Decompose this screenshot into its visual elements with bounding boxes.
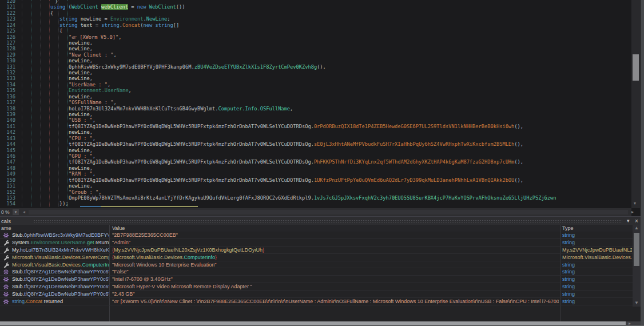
code-line-134[interactable]: 134"UserName : ", (0, 82, 631, 88)
line-number[interactable]: 154 (0, 201, 15, 206)
code-line-126[interactable]: 126"🙰 [XWorm V5.0]", (0, 34, 631, 40)
line-number[interactable]: 120 (0, 0, 15, 4)
code-line-127[interactable]: 127newLine, (0, 40, 631, 46)
code-line-141[interactable]: 141tfQ8IYZAg1DeBwNebP3hawYPY0c6W8qDWgL5W… (0, 124, 631, 129)
line-number[interactable]: 131 (0, 64, 15, 70)
code-line-122[interactable]: 122{ (0, 10, 631, 16)
line-number[interactable]: 138 (0, 106, 15, 112)
code-line-125[interactable]: 125{ (0, 28, 631, 34)
locals-row[interactable]: string.Concat returned"🙰 [XWorm V5.0]\r\… (0, 298, 633, 305)
code-line-140[interactable]: 140"USB : ", (0, 117, 631, 123)
column-type[interactable]: Type (562, 225, 574, 232)
code-line-150[interactable]: 150tfQ8IYZAg1DeBwNebP3hawYPY0c6W8qDWgL5W… (0, 177, 631, 183)
locals-row[interactable]: Stub.tfQ8IYZAg1DeBwNebP3hawYPY0c6W8qDW..… (0, 268, 633, 276)
code-line-138[interactable]: 138hoLoI7B7n3Ul324xMn7nkvVWH8hXeKlCuTtsn… (0, 106, 631, 112)
line-number[interactable]: 126 (0, 34, 15, 40)
code-line-136[interactable]: 136newLine, (0, 94, 631, 100)
code-line-147[interactable]: 147tfQ8IYZAg1DeBwNebP3hawYPY0c6W8qDWgL5W… (0, 159, 631, 165)
code-line-145[interactable]: 145newLine, (0, 148, 631, 153)
code-line-152[interactable]: 152"Groub : ", (0, 189, 631, 195)
code-line-143[interactable]: 143"CPU : ", (0, 136, 631, 141)
line-number[interactable]: 146 (0, 153, 15, 159)
locals-row[interactable]: Stub.tfQ8IYZAg1DeBwNebP3hawYPY0c6W8qDW..… (0, 291, 633, 298)
code-line-146[interactable]: 146"GPU : ", (0, 153, 631, 159)
code-line-131[interactable]: 1310phhRiwWBSrc3xWky9M7sdE0BFYVj0PHF3kan… (0, 64, 631, 70)
line-number[interactable]: 140 (0, 117, 15, 123)
code-line-133[interactable]: 133newLine, (0, 75, 631, 81)
code-line-137[interactable]: 137"OSFullName : ", (0, 100, 631, 105)
locals-titlebar[interactable]: cals ▾ × (0, 216, 641, 225)
line-number[interactable]: 124 (0, 22, 15, 28)
code-line-120[interactable]: 120} (0, 0, 631, 4)
code-line-121[interactable]: 121using (WebClient webClient = new WebC… (0, 4, 631, 10)
code-line-144[interactable]: 144tfQ8IYZAg1DeBwNebP3hawYPY0c6W8qDWgL5W… (0, 141, 631, 147)
locals-row[interactable]: webClient{System.Net.WebClient}System.Ne… (0, 305, 633, 307)
line-number[interactable]: 125 (0, 28, 15, 34)
scroll-down-icon[interactable]: ▾ (634, 201, 636, 206)
editor-horizontal-scrollbar[interactable] (29, 210, 628, 214)
window-position-icon[interactable]: ▾ (627, 217, 630, 225)
locals-row[interactable]: My.hoLoI7B7n3Ul324xMn7nkvVWH8hXeKlCuTts.… (0, 247, 633, 254)
line-number[interactable]: 132 (0, 70, 15, 75)
line-number[interactable]: 139 (0, 112, 15, 117)
code-line-142[interactable]: 142newLine, (0, 129, 631, 135)
line-number[interactable]: 128 (0, 46, 15, 51)
scroll-right-icon[interactable]: ▸ (631, 210, 634, 214)
line-number[interactable]: 134 (0, 82, 15, 88)
line-number[interactable]: 148 (0, 165, 15, 171)
line-number[interactable]: 129 (0, 52, 15, 58)
line-number[interactable]: 137 (0, 100, 15, 105)
line-number[interactable]: 152 (0, 189, 15, 195)
scroll-up-icon[interactable]: ▲ (634, 226, 639, 230)
line-number[interactable]: 133 (0, 75, 15, 81)
line-number[interactable]: 153 (0, 195, 15, 201)
locals-row[interactable]: Stub.tfQ8IYZAg1DeBwNebP3hawYPY0c6W8qDW..… (0, 276, 633, 283)
line-number[interactable]: 142 (0, 129, 15, 135)
code-line-139[interactable]: 139newLine, (0, 112, 631, 117)
line-number[interactable]: 144 (0, 141, 15, 147)
editor-scrollbar-thumb[interactable] (633, 54, 639, 81)
code-line-123[interactable]: 123string newLine = Environment.NewLine; (0, 16, 631, 22)
code-editor[interactable]: 120}121using (WebClient webClient = new … (0, 0, 631, 208)
column-name[interactable]: ame (1, 225, 11, 232)
line-number[interactable]: 145 (0, 148, 15, 153)
line-number[interactable]: 150 (0, 177, 15, 183)
locals-row[interactable]: System.Environment.UserName.get returned… (0, 239, 633, 247)
code-line-148[interactable]: 148newLine, (0, 165, 631, 171)
zoom-dropdown-icon[interactable]: ▾ (13, 209, 19, 215)
locals-vertical-scrollbar[interactable]: ▲ ▼ (633, 225, 641, 307)
editor-vertical-scrollbar[interactable]: ▾ (631, 0, 640, 208)
line-number[interactable]: 136 (0, 94, 15, 100)
line-number[interactable]: 135 (0, 88, 15, 93)
line-number[interactable]: 123 (0, 16, 15, 22)
line-number[interactable]: 151 (0, 183, 15, 189)
column-value[interactable]: Value (112, 225, 125, 232)
locals-column-header[interactable]: ame Value Type (0, 225, 641, 232)
line-number[interactable]: 121 (0, 4, 15, 10)
locals-row[interactable]: Stub.0phhRiwWBSrc3xWky9M7sdE0BFYVj0PHF3.… (0, 232, 633, 239)
line-number[interactable]: 130 (0, 58, 15, 63)
code-line-149[interactable]: 149"RAM : ", (0, 171, 631, 177)
code-line-153[interactable]: 153OmpPE08yWp7BhVZTMsAmevAi8rKtz4anLYjYf… (0, 195, 631, 201)
line-number[interactable]: 143 (0, 136, 15, 141)
scroll-down-icon[interactable]: ▼ (634, 301, 639, 305)
code-line-151[interactable]: 151newLine, (0, 183, 631, 189)
line-number[interactable]: 149 (0, 171, 15, 177)
scroll-left-icon[interactable]: ◂ (23, 208, 25, 216)
line-number[interactable]: 122 (0, 10, 15, 16)
code-line-124[interactable]: 124string text = string.Concat(new strin… (0, 22, 631, 28)
locals-scrollbar-thumb[interactable] (634, 233, 639, 266)
locals-row[interactable]: Microsoft.VisualBasic.Devices.ServerComp… (0, 254, 633, 261)
code-line-130[interactable]: 130newLine, (0, 58, 631, 63)
code-line-129[interactable]: 129"New Clinet : ", (0, 52, 631, 58)
code-line-132[interactable]: 132newLine, (0, 70, 631, 75)
code-line-128[interactable]: 128newLine, (0, 46, 631, 51)
line-number[interactable]: 147 (0, 159, 15, 165)
close-icon[interactable]: × (635, 217, 638, 225)
line-number[interactable]: 127 (0, 40, 15, 46)
code-line-135[interactable]: 135Environment.UserName, (0, 88, 631, 93)
line-number[interactable]: 141 (0, 124, 15, 129)
zoom-level[interactable]: 0 % (1, 208, 10, 216)
locals-row[interactable]: Stub.tfQ8IYZAg1DeBwNebP3hawYPY0c6W8qDW..… (0, 283, 633, 291)
locals-row[interactable]: Microsoft.VisualBasic.Devices.ComputerIn… (0, 261, 633, 269)
